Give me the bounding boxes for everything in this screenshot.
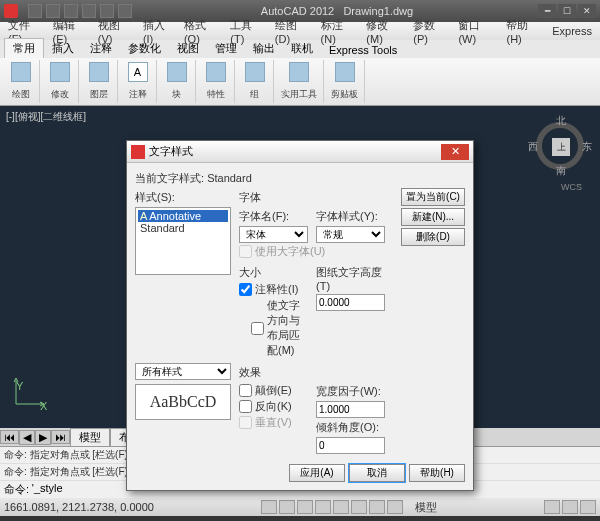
statusbar: 1661.0891, 2121.2738, 0.0000 模型 bbox=[0, 498, 600, 516]
panel-utilities[interactable]: 实用工具 bbox=[275, 60, 324, 103]
current-style-label: 当前文字样式: Standard bbox=[135, 171, 465, 186]
status-toggles bbox=[261, 500, 403, 514]
menu-modify[interactable]: 修改(M) bbox=[362, 18, 407, 45]
effects-group-label: 效果 bbox=[239, 365, 385, 380]
help-button[interactable]: 帮助(H) bbox=[409, 464, 465, 482]
panel-groups[interactable]: 组 bbox=[236, 60, 274, 103]
font-group-label: 字体 bbox=[239, 190, 385, 205]
tab-parametric[interactable]: 参数化 bbox=[120, 39, 169, 58]
width-factor-label: 宽度因子(W): bbox=[316, 384, 385, 399]
lwt-toggle[interactable] bbox=[387, 500, 403, 514]
font-name-select[interactable]: 宋体 bbox=[239, 226, 308, 243]
tab-annotate[interactable]: 注释 bbox=[82, 39, 120, 58]
tab-express[interactable]: Express Tools bbox=[321, 42, 405, 58]
style-listbox[interactable]: A Annotative Standard bbox=[135, 207, 231, 275]
menu-window[interactable]: 窗口(W) bbox=[454, 18, 500, 45]
status-extra-3[interactable] bbox=[580, 500, 596, 514]
move-icon bbox=[50, 62, 70, 82]
dialog-close-button[interactable]: ✕ bbox=[441, 144, 469, 160]
dyn-toggle[interactable] bbox=[369, 500, 385, 514]
panel-properties[interactable]: 特性 bbox=[197, 60, 235, 103]
util-icon bbox=[289, 62, 309, 82]
menubar: 文件(F) 编辑(E) 视图(V) 插入(I) 格式(O) 工具(T) 绘图(D… bbox=[0, 22, 600, 40]
polar-toggle[interactable] bbox=[315, 500, 331, 514]
panel-clipboard[interactable]: 剪贴板 bbox=[325, 60, 365, 103]
font-style-select[interactable]: 常规 bbox=[316, 226, 385, 243]
panel-modify[interactable]: 修改 bbox=[41, 60, 79, 103]
match-orient-check[interactable]: 使文字方向与布局匹配(M) bbox=[239, 298, 308, 358]
panel-draw[interactable]: 绘图 bbox=[2, 60, 40, 103]
size-group-label: 大小 bbox=[239, 265, 308, 280]
style-filter-select[interactable]: 所有样式 bbox=[135, 363, 231, 380]
status-extra-1[interactable] bbox=[544, 500, 560, 514]
snap-toggle[interactable] bbox=[261, 500, 277, 514]
tab-home[interactable]: 常用 bbox=[4, 38, 44, 58]
set-current-button[interactable]: 置为当前(C) bbox=[401, 188, 465, 206]
delete-style-button[interactable]: 删除(D) bbox=[401, 228, 465, 246]
wcs-label: WCS bbox=[561, 182, 582, 192]
maximize-button[interactable]: ☐ bbox=[558, 4, 576, 18]
annotative-check[interactable]: 注释性(I) bbox=[239, 282, 308, 297]
ribbon: 绘图 修改 图层 A注释 块 特性 组 实用工具 剪贴板 bbox=[0, 58, 600, 106]
style-item-standard[interactable]: Standard bbox=[138, 222, 228, 234]
panel-block[interactable]: 块 bbox=[158, 60, 196, 103]
tab-output[interactable]: 输出 bbox=[245, 39, 283, 58]
vertical-check[interactable]: 垂直(V) bbox=[239, 415, 308, 430]
ortho-toggle[interactable] bbox=[297, 500, 313, 514]
model-space-label[interactable]: 模型 bbox=[415, 500, 437, 515]
bigfont-check[interactable]: 使用大字体(U) bbox=[239, 244, 385, 259]
viewcube[interactable]: 上 北 南 东 西 bbox=[530, 116, 590, 176]
otrack-toggle[interactable] bbox=[351, 500, 367, 514]
status-extra-2[interactable] bbox=[562, 500, 578, 514]
layout-next[interactable]: ▶ bbox=[35, 430, 51, 445]
cancel-button[interactable]: 取消 bbox=[349, 464, 405, 482]
panel-layers[interactable]: 图层 bbox=[80, 60, 118, 103]
style-item-annotative[interactable]: A Annotative bbox=[138, 210, 228, 222]
tab-view[interactable]: 视图 bbox=[169, 39, 207, 58]
command-input[interactable]: '_style bbox=[32, 482, 63, 497]
compass-west: 西 bbox=[528, 140, 538, 154]
panel-annotation[interactable]: A注释 bbox=[119, 60, 157, 103]
new-style-button[interactable]: 新建(N)... bbox=[401, 208, 465, 226]
qat-print-icon[interactable] bbox=[118, 4, 132, 18]
grid-toggle[interactable] bbox=[279, 500, 295, 514]
menu-help[interactable]: 帮助(H) bbox=[502, 18, 546, 45]
width-factor-input[interactable] bbox=[316, 401, 385, 418]
qat-new-icon[interactable] bbox=[28, 4, 42, 18]
group-icon bbox=[245, 62, 265, 82]
paper-height-input[interactable] bbox=[316, 294, 385, 311]
menu-express[interactable]: Express bbox=[548, 25, 596, 37]
font-style-label: 字体样式(Y): bbox=[316, 209, 385, 224]
qat-undo-icon[interactable] bbox=[82, 4, 96, 18]
layout-tab-model[interactable]: 模型 bbox=[70, 428, 110, 447]
layout-last[interactable]: ⏭ bbox=[51, 430, 70, 444]
qat-open-icon[interactable] bbox=[46, 4, 60, 18]
text-icon: A bbox=[128, 62, 148, 82]
viewcube-top[interactable]: 上 bbox=[552, 138, 570, 156]
dialog-titlebar[interactable]: 文字样式 ✕ bbox=[127, 141, 473, 163]
font-name-label: 字体名(F): bbox=[239, 209, 308, 224]
upside-down-check[interactable]: 颠倒(E) bbox=[239, 383, 308, 398]
apply-button[interactable]: 应用(A) bbox=[289, 464, 345, 482]
paper-height-label: 图纸文字高度(T) bbox=[316, 265, 385, 292]
preview-box: AaBbCcD bbox=[135, 384, 231, 420]
menu-param[interactable]: 参数(P) bbox=[409, 18, 452, 45]
tab-manage[interactable]: 管理 bbox=[207, 39, 245, 58]
qat-redo-icon[interactable] bbox=[100, 4, 114, 18]
layout-prev[interactable]: ◀ bbox=[19, 430, 35, 445]
text-style-dialog: 文字样式 ✕ 当前文字样式: Standard 样式(S): A Annotat… bbox=[126, 140, 474, 491]
layer-icon bbox=[89, 62, 109, 82]
ucs-icon: YX bbox=[12, 374, 46, 410]
viewport-label[interactable]: [-][俯视][二维线框] bbox=[6, 110, 86, 124]
osnap-toggle[interactable] bbox=[333, 500, 349, 514]
minimize-button[interactable]: ━ bbox=[538, 4, 556, 18]
close-button[interactable]: ✕ bbox=[578, 4, 596, 18]
qat-save-icon[interactable] bbox=[64, 4, 78, 18]
backwards-check[interactable]: 反向(K) bbox=[239, 399, 308, 414]
oblique-input[interactable] bbox=[316, 437, 385, 454]
compass-east: 东 bbox=[582, 140, 592, 154]
tab-insert[interactable]: 插入 bbox=[44, 39, 82, 58]
tab-online[interactable]: 联机 bbox=[283, 39, 321, 58]
layout-first[interactable]: ⏮ bbox=[0, 430, 19, 444]
menu-dim[interactable]: 标注(N) bbox=[317, 18, 361, 45]
